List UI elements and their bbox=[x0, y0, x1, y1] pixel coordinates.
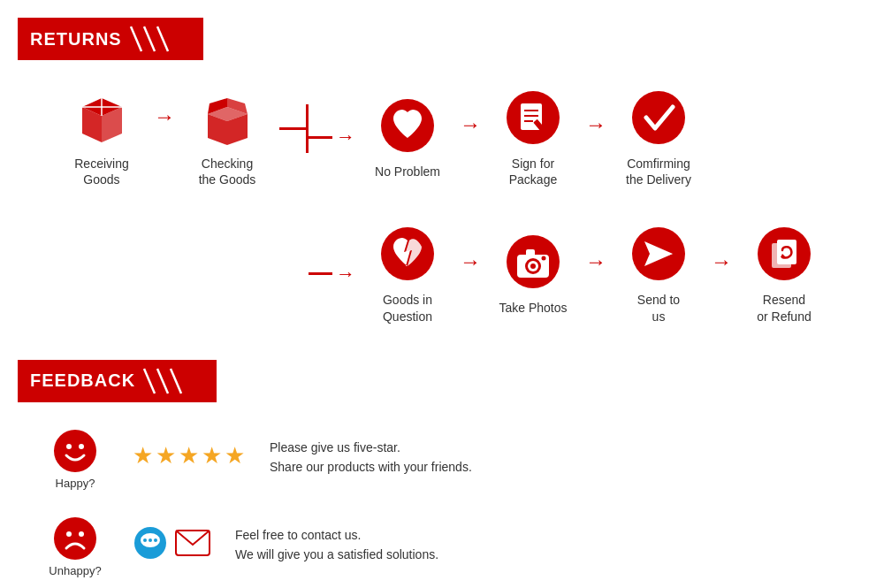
star-3: ★ bbox=[179, 442, 199, 470]
flow-item-receiving-goods: ReceivingGoods bbox=[53, 87, 150, 187]
bottom-branch-row: → Goods inQuestion bbox=[309, 223, 833, 324]
feedback-header: FEEDBACK bbox=[18, 360, 217, 402]
feedback-title: FEEDBACK bbox=[30, 370, 135, 391]
svg-rect-27 bbox=[526, 249, 535, 256]
returns-title: RETURNS bbox=[30, 29, 122, 50]
happy-feedback-text: Please give us five-star. Share our prod… bbox=[270, 438, 472, 477]
box-icon bbox=[71, 87, 133, 149]
branch-paths: → No Problem → bbox=[309, 87, 833, 325]
top-branch-row: → No Problem → bbox=[309, 87, 833, 187]
refund-icon bbox=[753, 223, 815, 285]
flow-item-resend-refund: Resendor Refund bbox=[735, 223, 833, 324]
happy-face-icon bbox=[53, 429, 97, 473]
flow-item-sign-package: Sign forPackage bbox=[484, 87, 582, 187]
arrow-5: → bbox=[585, 249, 606, 274]
unhappy-row: Unhappy? bbox=[44, 516, 866, 577]
email-icon bbox=[175, 530, 210, 556]
happy-row: Happy? ★ ★ ★ ★ ★ Please give us five-sta… bbox=[44, 429, 866, 490]
unhappy-face-group: Unhappy? bbox=[44, 516, 106, 577]
chat-icon bbox=[133, 525, 168, 561]
svg-point-41 bbox=[79, 444, 84, 449]
svg-point-20 bbox=[632, 91, 685, 144]
resend-refund-label: Resendor Refund bbox=[757, 292, 811, 324]
arrow-3: → bbox=[585, 112, 606, 137]
arrow-6: → bbox=[711, 249, 732, 274]
broken-heart-icon bbox=[377, 223, 438, 285]
svg-line-0 bbox=[131, 27, 141, 51]
arrow-2: → bbox=[460, 112, 481, 137]
happy-text-line1: Please give us five-star. bbox=[270, 440, 400, 454]
svg-point-48 bbox=[149, 538, 152, 542]
take-photos-label: Take Photos bbox=[499, 300, 567, 316]
unhappy-face-icon bbox=[53, 516, 97, 561]
svg-line-1 bbox=[144, 27, 155, 51]
happy-text-line2: Share our products with your friends. bbox=[270, 460, 472, 474]
flow-item-confirming-delivery: Comfirmingthe Delivery bbox=[610, 87, 707, 187]
svg-point-42 bbox=[54, 517, 96, 560]
happy-mid: ★ ★ ★ ★ ★ Please give us five-star. Shar… bbox=[133, 434, 472, 477]
sign-package-label: Sign forPackage bbox=[509, 156, 557, 187]
send-to-us-label: Send tous bbox=[637, 292, 680, 324]
svg-point-47 bbox=[143, 538, 147, 542]
star-1: ★ bbox=[133, 442, 153, 470]
returns-section: RETURNS bbox=[18, 18, 866, 325]
confirming-delivery-label: Comfirmingthe Delivery bbox=[626, 156, 691, 187]
receiving-goods-label: ReceivingGoods bbox=[74, 156, 128, 187]
star-5: ★ bbox=[225, 442, 245, 470]
sign-icon bbox=[502, 87, 564, 149]
check-circle-icon bbox=[628, 87, 690, 149]
checking-goods-label: Checkingthe Goods bbox=[199, 156, 256, 187]
svg-point-40 bbox=[66, 444, 72, 449]
svg-point-49 bbox=[154, 538, 157, 542]
feedback-section: FEEDBACK Happy? bbox=[18, 360, 866, 577]
svg-point-43 bbox=[66, 531, 72, 537]
flow-container: ReceivingGoods → Ch bbox=[18, 87, 866, 325]
svg-line-38 bbox=[171, 369, 181, 393]
branch-connector bbox=[279, 104, 309, 153]
flow-item-checking-goods: Checkingthe Goods bbox=[179, 87, 276, 187]
svg-line-37 bbox=[157, 369, 168, 393]
arrow-4: → bbox=[460, 249, 481, 274]
svg-point-39 bbox=[54, 430, 96, 472]
flow-item-goods-in-question: Goods inQuestion bbox=[359, 223, 456, 324]
star-2: ★ bbox=[156, 442, 176, 470]
flow-item-no-problem: No Problem bbox=[359, 95, 456, 179]
feedback-rows: Happy? ★ ★ ★ ★ ★ Please give us five-sta… bbox=[18, 429, 866, 577]
arrow-1: → bbox=[154, 104, 175, 129]
contact-icons bbox=[133, 525, 210, 561]
svg-line-36 bbox=[144, 369, 155, 393]
svg-line-2 bbox=[157, 27, 168, 51]
flow-item-take-photos: Take Photos bbox=[484, 231, 582, 316]
heart-icon bbox=[377, 95, 438, 157]
unhappy-mid: Feel free to contact us. We will give yo… bbox=[133, 522, 438, 565]
unhappy-label: Unhappy? bbox=[49, 564, 101, 577]
goods-in-question-label: Goods inQuestion bbox=[383, 292, 432, 324]
send-icon bbox=[628, 223, 690, 285]
unhappy-text-line1: Feel free to contact us. bbox=[235, 528, 361, 542]
svg-point-28 bbox=[541, 256, 545, 260]
svg-point-26 bbox=[530, 263, 536, 269]
svg-point-44 bbox=[79, 531, 84, 537]
unhappy-feedback-text: Feel free to contact us. We will give yo… bbox=[235, 525, 438, 565]
svg-rect-34 bbox=[777, 240, 796, 264]
flow-item-send-to-us: Send tous bbox=[610, 223, 707, 324]
star-4: ★ bbox=[202, 442, 222, 470]
returns-header: RETURNS bbox=[18, 18, 203, 60]
happy-label: Happy? bbox=[56, 477, 95, 490]
open-box-icon bbox=[196, 87, 258, 149]
star-rating: ★ ★ ★ ★ ★ bbox=[133, 442, 245, 470]
camera-icon bbox=[502, 231, 564, 293]
no-problem-label: No Problem bbox=[375, 164, 440, 179]
happy-face-group: Happy? bbox=[44, 429, 106, 490]
unhappy-text-line2: We will give you a satisfied solutions. bbox=[235, 547, 438, 561]
